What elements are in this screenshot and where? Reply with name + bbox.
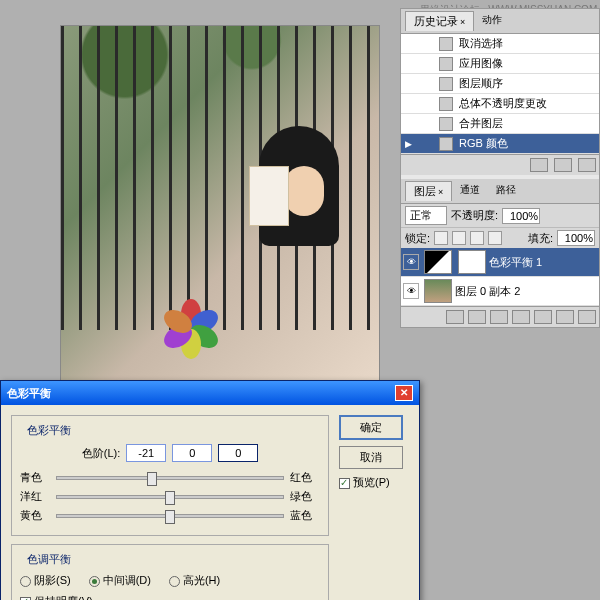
history-list: 取消选择 应用图像 图层顺序 总体不透明度更改 合并图层 ▶RGB 颜色	[401, 34, 599, 154]
history-item[interactable]: 应用图像	[401, 54, 599, 74]
layers-tabs: 图层× 通道 路径	[401, 179, 599, 204]
history-step-icon	[439, 77, 453, 91]
dialog-title: 色彩平衡	[7, 386, 51, 401]
layer-row[interactable]: 图层 0 副本 2	[401, 277, 599, 306]
levels-label: 色阶(L):	[82, 446, 121, 461]
tone-radio-row: 阴影(S) 中间调(D) 高光(H)	[20, 573, 320, 588]
layer-thumbnail[interactable]	[424, 279, 452, 303]
canvas-content	[61, 26, 379, 384]
history-item[interactable]: 合并图层	[401, 114, 599, 134]
history-item[interactable]: 取消选择	[401, 34, 599, 54]
preview-checkbox[interactable]: 预览(P)	[339, 476, 390, 488]
new-group-button[interactable]	[534, 310, 552, 324]
preserve-luminosity-checkbox[interactable]: 保持明度(V)	[20, 595, 93, 600]
slider-cyan-red: 青色 红色	[20, 470, 320, 485]
slider-yellow-blue: 黄色 蓝色	[20, 508, 320, 523]
radio-highlights[interactable]: 高光(H)	[169, 573, 220, 588]
image-canvas[interactable]	[60, 25, 380, 385]
opacity-label: 不透明度:	[451, 208, 498, 223]
lock-paint-icon[interactable]	[452, 231, 466, 245]
delete-button[interactable]	[578, 158, 596, 172]
tab-channels[interactable]: 通道	[452, 181, 488, 201]
slider-left-label: 青色	[20, 470, 50, 485]
right-panels: 历史记录× 动作 取消选择 应用图像 图层顺序 总体不透明度更改 合并图层 ▶R…	[400, 8, 600, 328]
visibility-toggle-icon[interactable]	[403, 283, 419, 299]
cancel-button[interactable]: 取消	[339, 446, 403, 469]
tab-history[interactable]: 历史记录×	[405, 11, 474, 31]
history-step-icon	[439, 97, 453, 111]
close-button[interactable]: ✕	[395, 385, 413, 401]
color-balance-fieldset: 色彩平衡 色阶(L): 青色 红色 洋红	[11, 415, 329, 536]
radio-midtones[interactable]: 中间调(D)	[89, 573, 151, 588]
slider-track[interactable]	[56, 495, 284, 499]
slider-magenta-green: 洋红 绿色	[20, 489, 320, 504]
fill-label: 填充:	[528, 231, 553, 246]
radio-shadows[interactable]: 阴影(S)	[20, 573, 71, 588]
slider-right-label: 绿色	[290, 489, 320, 504]
history-toolbar	[401, 154, 599, 175]
delete-layer-button[interactable]	[578, 310, 596, 324]
slider-track[interactable]	[56, 514, 284, 518]
history-step-icon	[439, 57, 453, 71]
slider-track[interactable]	[56, 476, 284, 480]
tone-balance-fieldset: 色调平衡 阴影(S) 中间调(D) 高光(H) 保持明度(V)	[11, 544, 329, 600]
layer-row[interactable]: 色彩平衡 1	[401, 248, 599, 277]
slider-left-label: 黄色	[20, 508, 50, 523]
slider-thumb[interactable]	[165, 491, 175, 505]
lock-transparency-icon[interactable]	[434, 231, 448, 245]
layer-options-row: 正常 不透明度: 100%	[401, 204, 599, 227]
history-tabs: 历史记录× 动作	[401, 9, 599, 34]
new-layer-button[interactable]	[556, 310, 574, 324]
ok-button[interactable]: 确定	[339, 415, 403, 440]
lock-row: 锁定: 填充: 100%	[401, 227, 599, 248]
fill-input[interactable]: 100%	[557, 230, 595, 246]
lock-all-icon[interactable]	[488, 231, 502, 245]
history-item[interactable]: ▶RGB 颜色	[401, 134, 599, 154]
layer-name[interactable]: 图层 0 副本 2	[455, 284, 520, 299]
level-cyan-red-input[interactable]	[126, 444, 166, 462]
slider-thumb[interactable]	[165, 510, 175, 524]
tab-close-icon[interactable]: ×	[460, 17, 465, 27]
layers-list: 色彩平衡 1 图层 0 副本 2	[401, 248, 599, 306]
fieldset-title: 色彩平衡	[24, 423, 74, 438]
layer-style-button[interactable]	[468, 310, 486, 324]
slider-left-label: 洋红	[20, 489, 50, 504]
visibility-toggle-icon[interactable]	[403, 254, 419, 270]
history-item[interactable]: 总体不透明度更改	[401, 94, 599, 114]
adjustment-layer-button[interactable]	[512, 310, 530, 324]
tab-paths[interactable]: 路径	[488, 181, 524, 201]
history-step-icon	[439, 117, 453, 131]
blend-mode-select[interactable]: 正常	[405, 206, 447, 225]
level-magenta-green-input[interactable]	[172, 444, 212, 462]
layer-mask-button[interactable]	[490, 310, 508, 324]
layers-toolbar	[401, 306, 599, 327]
opacity-input[interactable]: 100%	[502, 208, 540, 224]
history-step-icon	[439, 37, 453, 51]
lock-position-icon[interactable]	[470, 231, 484, 245]
levels-row: 色阶(L):	[20, 444, 320, 462]
history-step-icon	[439, 137, 453, 151]
history-item[interactable]: 图层顺序	[401, 74, 599, 94]
slider-right-label: 红色	[290, 470, 320, 485]
tab-layers[interactable]: 图层×	[405, 181, 452, 201]
link-layers-button[interactable]	[446, 310, 464, 324]
lock-label: 锁定:	[405, 231, 430, 246]
slider-thumb[interactable]	[147, 472, 157, 486]
fieldset-title: 色调平衡	[24, 552, 74, 567]
color-balance-dialog: 色彩平衡 ✕ 色彩平衡 色阶(L): 青色 红色	[0, 380, 420, 600]
layer-mask-thumbnail[interactable]	[458, 250, 486, 274]
layers-panel: 图层× 通道 路径 正常 不透明度: 100% 锁定: 填充: 100% 色彩平…	[401, 179, 599, 327]
new-document-button[interactable]	[554, 158, 572, 172]
tab-close-icon[interactable]: ×	[438, 187, 443, 197]
new-snapshot-button[interactable]	[530, 158, 548, 172]
slider-right-label: 蓝色	[290, 508, 320, 523]
dialog-titlebar[interactable]: 色彩平衡 ✕	[1, 381, 419, 405]
level-yellow-blue-input[interactable]	[218, 444, 258, 462]
layer-thumbnail[interactable]	[424, 250, 452, 274]
layer-name[interactable]: 色彩平衡 1	[489, 255, 542, 270]
tab-actions[interactable]: 动作	[474, 11, 510, 31]
